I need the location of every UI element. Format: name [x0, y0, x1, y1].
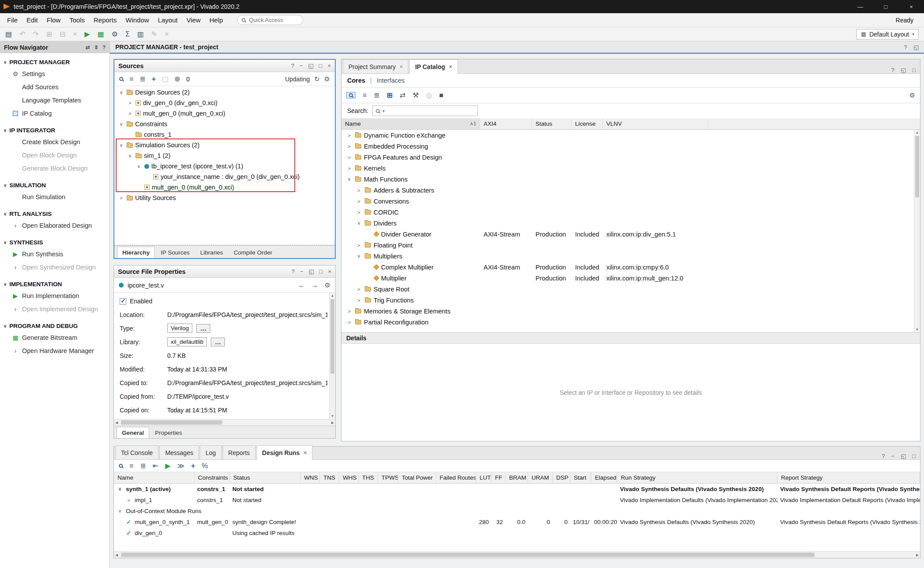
tab-reports[interactable]: Reports — [223, 445, 256, 459]
column-header-start[interactable]: Start — [570, 472, 591, 483]
scroll-left-icon[interactable]: ◀ — [115, 553, 118, 557]
quick-access-input[interactable] — [248, 16, 299, 24]
design-run-row[interactable]: ✓div_gen_0Using cached IP results — [114, 528, 920, 539]
section-header-program-and-debug[interactable]: ∨PROGRAM AND DEBUG — [0, 320, 110, 331]
nav-item-open-implemented-design[interactable]: ›Open Implemented Design — [0, 302, 110, 316]
cancel-icon[interactable]: × — [165, 31, 169, 38]
nav-item-add-sources[interactable]: Add Sources — [0, 80, 110, 94]
chevron-right-icon[interactable]: > — [118, 195, 125, 200]
chevron-right-icon[interactable]: > — [127, 111, 133, 116]
launch-runs-icon[interactable]: ▶ — [165, 462, 170, 470]
help-icon[interactable]: ? — [291, 62, 294, 69]
chevron-down-icon[interactable]: ∨ — [356, 253, 362, 259]
close-icon[interactable]: × — [328, 268, 331, 275]
enabled-checkbox[interactable] — [120, 298, 126, 305]
sources-tab-compile-order[interactable]: Compile Order — [229, 247, 277, 258]
redo-icon[interactable]: ↷ — [33, 31, 39, 38]
add-sources-icon[interactable]: + — [152, 76, 156, 83]
reset-runs-icon[interactable]: ⇤ — [153, 462, 158, 470]
step-forward-icon[interactable]: ≫ — [177, 462, 184, 470]
ip-catalog-row[interactable]: >Dynamic Function eXchange — [341, 130, 920, 141]
chevron-down-icon[interactable]: ∨ — [117, 508, 123, 514]
scrollbar-thumb[interactable] — [915, 136, 919, 197]
ip-catalog-row[interactable]: >Trig Functions — [341, 295, 920, 306]
column-header-dsp[interactable]: DSP — [553, 472, 570, 483]
expand-all-icon[interactable]: ≣ — [374, 92, 379, 99]
ip-catalog-search-input[interactable] — [387, 107, 474, 115]
ip-catalog-search-box[interactable]: ▾ — [372, 106, 478, 116]
customize-icon[interactable]: ⚒ — [413, 92, 419, 99]
ip-catalog-row[interactable]: >Adders & Subtracters — [341, 185, 920, 196]
scroll-down-icon[interactable]: ▼ — [914, 328, 920, 331]
column-header-tns[interactable]: TNS — [320, 472, 339, 483]
ip-catalog-row[interactable]: >Kernels — [341, 163, 920, 174]
save-icon[interactable]: ▤ — [5, 31, 12, 38]
design-runs-horizontal-scrollbar[interactable]: ◀ ▶ — [114, 551, 920, 558]
nav-item-run-synthesis[interactable]: ▶Run Synthesis — [0, 248, 110, 261]
section-header-simulation[interactable]: ∨SIMULATION — [0, 180, 110, 190]
nav-item-settings[interactable]: ⚙Settings — [0, 67, 110, 80]
menu-edit[interactable]: Edit — [22, 14, 42, 26]
menu-tools[interactable]: Tools — [65, 14, 89, 26]
collapse-all-icon[interactable]: ≡ — [129, 76, 133, 83]
menu-reports[interactable]: Reports — [89, 14, 121, 26]
tab-messages[interactable]: Messages — [159, 445, 199, 459]
chevron-right-icon[interactable]: > — [356, 243, 362, 248]
menu-help[interactable]: Help — [205, 14, 227, 26]
dashboard-icon[interactable]: ▥ — [137, 31, 144, 38]
ip-catalog-row[interactable]: >Floating Point — [341, 240, 920, 251]
column-header-ff[interactable]: FF — [491, 472, 506, 483]
column-header-name[interactable]: Name — [114, 472, 194, 483]
reorder-icon[interactable]: ⇄ — [400, 92, 405, 99]
copy-icon[interactable]: ⊞ — [46, 31, 52, 38]
search-icon[interactable] — [346, 92, 356, 98]
column-header-elapsed[interactable]: Elapsed — [591, 472, 617, 483]
chevron-right-icon[interactable]: > — [346, 155, 352, 160]
column-header-wns[interactable]: WNS — [301, 472, 320, 483]
column-header-axi4[interactable]: AXI4 — [480, 118, 532, 129]
tab-tcl-console[interactable]: Tcl Console — [115, 445, 158, 459]
column-header-bram[interactable]: BRAM — [506, 472, 528, 483]
menu-view[interactable]: View — [182, 14, 205, 26]
chevron-down-icon[interactable]: ∨ — [118, 121, 125, 127]
quick-access-search[interactable] — [237, 15, 303, 25]
source-tree-row[interactable]: ∨tb_ipcore_test (ipcore_test.v) (1) — [114, 161, 335, 171]
subtab-cores[interactable]: Cores — [347, 77, 365, 84]
chevron-down-icon[interactable]: ∨ — [356, 220, 362, 226]
scroll-left-icon[interactable]: ◀ — [115, 421, 118, 425]
help-icon[interactable]: ? — [291, 268, 294, 275]
column-header-name[interactable]: Name∧1 — [341, 118, 480, 129]
refresh-icon[interactable]: ↻ — [314, 75, 320, 83]
help-icon[interactable]: ? — [103, 44, 106, 51]
maximize-button[interactable]: □ — [873, 0, 898, 13]
property-value-editor[interactable]: xil_defaultlib — [167, 337, 207, 346]
chevron-right-icon[interactable]: > — [356, 210, 362, 215]
ip-catalog-vertical-scrollbar[interactable]: ▲ ▼ — [914, 130, 920, 332]
column-header-uram[interactable]: URAM — [528, 472, 553, 483]
float-icon[interactable]: ◱ — [308, 268, 314, 275]
help-icon[interactable]: ? — [882, 453, 885, 459]
column-header-failed-routes[interactable]: Failed Routes — [436, 472, 476, 483]
nav-item-generate-bitstream[interactable]: ▦Generate Bitstream — [0, 331, 110, 344]
column-header-constraints[interactable]: Constraints — [194, 472, 230, 483]
edit-icon[interactable]: ✎ — [151, 31, 157, 38]
menu-window[interactable]: Window — [121, 14, 153, 26]
back-icon[interactable]: ← — [298, 281, 305, 289]
source-tree-row[interactable]: constrs_1 — [114, 129, 335, 140]
nav-item-run-simulation[interactable]: Run Simulation — [0, 190, 110, 204]
ip-catalog-row[interactable]: ∨Multipliers — [341, 251, 920, 262]
chevron-right-icon[interactable]: > — [346, 144, 352, 149]
expand-all-icon[interactable]: ≣ — [140, 462, 146, 470]
column-header-lut[interactable]: LUT — [476, 472, 491, 483]
source-tree-row[interactable]: ∨Simulation Sources (2) — [114, 140, 335, 150]
section-header-rtl-analysis[interactable]: ∨RTL ANALYSIS — [0, 208, 110, 219]
source-tree-row[interactable]: ∨sim_1 (2) — [114, 150, 335, 161]
section-header-project-manager[interactable]: ∨PROJECT MANAGER — [0, 57, 110, 67]
sources-panel-titlebar[interactable]: Sources ? − ◱ □ × — [114, 60, 335, 72]
sources-tab-libraries[interactable]: Libraries — [195, 247, 228, 258]
chevron-down-icon[interactable]: ∨ — [127, 153, 133, 159]
target-icon[interactable]: ◎ — [426, 92, 432, 99]
close-tab-icon[interactable]: × — [449, 64, 452, 70]
sources-tab-ip-sources[interactable]: IP Sources — [156, 247, 194, 258]
source-tree-row[interactable]: mult_gen_0 (mult_gen_0.xci) — [114, 182, 335, 193]
